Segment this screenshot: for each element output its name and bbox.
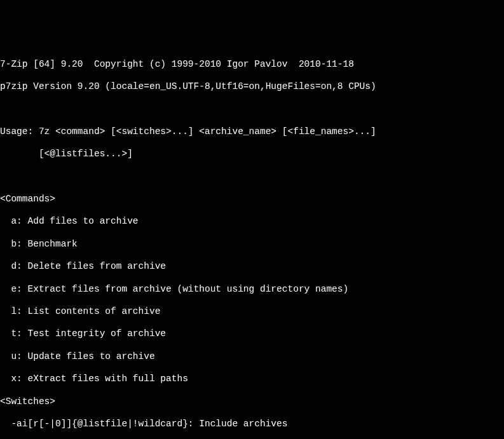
switch-item: -ai[r[-|0]]{@listfile|!wildcard}: Includ… xyxy=(0,419,504,430)
command-item: t: Test integrity of archive xyxy=(0,328,504,340)
usage-line-1: Usage: 7z <command> [<switches>...] <arc… xyxy=(0,126,504,138)
version-line-2: p7zip Version 9.20 (locale=en_US.UTF-8,U… xyxy=(0,81,504,93)
command-item: b: Benchmark xyxy=(0,239,504,250)
command-item: u: Update files to archive xyxy=(0,351,504,363)
switches-header: <Switches> xyxy=(0,396,504,408)
blank-line xyxy=(0,172,504,183)
command-item: a: Add files to archive xyxy=(0,216,504,227)
terminal-output: 7-Zip [64] 9.20 Copyright (c) 1999-2010 … xyxy=(0,48,504,439)
blank-line xyxy=(0,104,504,115)
commands-header: <Commands> xyxy=(0,194,504,205)
command-item: e: Extract files from archive (without u… xyxy=(0,284,504,295)
command-item: x: eXtract files with full paths xyxy=(0,374,504,385)
version-line-1: 7-Zip [64] 9.20 Copyright (c) 1999-2010 … xyxy=(0,59,504,71)
command-item: d: Delete files from archive xyxy=(0,261,504,273)
command-item: l: List contents of archive xyxy=(0,306,504,318)
usage-line-2: [<@listfiles...>] xyxy=(0,149,504,160)
